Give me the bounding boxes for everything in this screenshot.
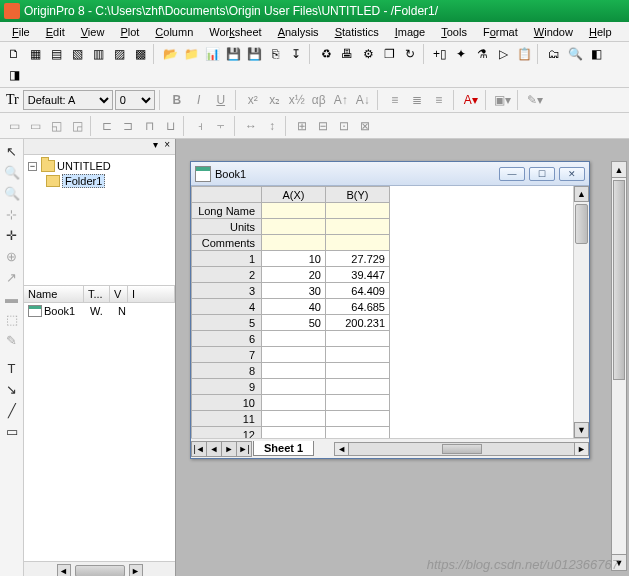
hscroll-left-icon[interactable]: ◄ bbox=[335, 443, 349, 455]
row-units[interactable]: Units bbox=[192, 219, 262, 235]
col-i[interactable]: I bbox=[128, 286, 175, 302]
open-icon[interactable]: 📂 bbox=[160, 44, 180, 64]
screen-reader-icon[interactable]: ✛ bbox=[2, 225, 22, 245]
tab-first-icon[interactable]: |◄ bbox=[191, 441, 207, 457]
menu-help[interactable]: Help bbox=[581, 24, 620, 40]
cell[interactable] bbox=[262, 363, 326, 379]
col-header-a[interactable]: A(X) bbox=[262, 187, 326, 203]
row-header[interactable]: 10 bbox=[192, 395, 262, 411]
superscript-icon[interactable]: x² bbox=[243, 90, 263, 110]
align-left-icon[interactable]: ≡ bbox=[385, 90, 405, 110]
recalculate-icon[interactable]: ♻ bbox=[316, 44, 336, 64]
menu-image[interactable]: Image bbox=[387, 24, 434, 40]
workbook-titlebar[interactable]: Book1 — ☐ ✕ bbox=[191, 162, 589, 186]
cell[interactable]: 30 bbox=[262, 283, 326, 299]
cell[interactable] bbox=[326, 235, 390, 251]
cell[interactable]: 10 bbox=[262, 251, 326, 267]
vscroll-thumb[interactable] bbox=[575, 204, 588, 244]
row-header[interactable]: 12 bbox=[192, 427, 262, 439]
row-header[interactable]: 11 bbox=[192, 411, 262, 427]
zoom-out-icon[interactable]: 🔍 bbox=[2, 183, 22, 203]
menu-edit[interactable]: Edit bbox=[38, 24, 73, 40]
save-icon[interactable]: 💾 bbox=[223, 44, 243, 64]
col-header-b[interactable]: B(Y) bbox=[326, 187, 390, 203]
font-name-select[interactable]: Default: A bbox=[23, 90, 113, 110]
bold-icon[interactable]: B bbox=[167, 90, 187, 110]
row-header[interactable]: 8 bbox=[192, 363, 262, 379]
cell[interactable] bbox=[326, 379, 390, 395]
col-type[interactable]: T... bbox=[84, 286, 110, 302]
scroll-left-icon[interactable]: ◄ bbox=[57, 564, 71, 577]
collapse-icon[interactable]: − bbox=[28, 162, 37, 171]
explorer-dropdown-icon[interactable]: ▾ bbox=[150, 139, 161, 154]
print-icon[interactable]: 🖶 bbox=[337, 44, 357, 64]
rect-tool-icon[interactable]: ▭ bbox=[2, 421, 22, 441]
line-color-icon[interactable]: ✎▾ bbox=[525, 90, 545, 110]
grid-icon[interactable]: ⊟ bbox=[313, 116, 333, 136]
tool-a-icon[interactable]: ◧ bbox=[586, 44, 606, 64]
maximize-icon[interactable]: ☐ bbox=[529, 167, 555, 181]
menu-file[interactable]: File bbox=[4, 24, 38, 40]
pointer-icon[interactable]: ↖ bbox=[2, 141, 22, 161]
subscript-icon[interactable]: x₂ bbox=[265, 90, 285, 110]
cell[interactable] bbox=[262, 347, 326, 363]
refresh-icon[interactable]: ↻ bbox=[400, 44, 420, 64]
align-l-icon[interactable]: ⊏ bbox=[97, 116, 117, 136]
greek-icon[interactable]: αβ bbox=[309, 90, 329, 110]
cell[interactable] bbox=[262, 331, 326, 347]
cell[interactable] bbox=[262, 427, 326, 439]
cell[interactable] bbox=[326, 363, 390, 379]
sheet-vscroll[interactable]: ▲ ▼ bbox=[573, 186, 589, 438]
align-b-icon[interactable]: ⊔ bbox=[160, 116, 180, 136]
import-ascii-icon[interactable]: ↧ bbox=[286, 44, 306, 64]
row-header[interactable]: 3 bbox=[192, 283, 262, 299]
cell[interactable]: 200.231 bbox=[326, 315, 390, 331]
duplicate-icon[interactable]: ❐ bbox=[379, 44, 399, 64]
open-excel-file-icon[interactable]: 📊 bbox=[202, 44, 222, 64]
cell[interactable]: 39.447 bbox=[326, 267, 390, 283]
open-template-icon[interactable]: 📁 bbox=[181, 44, 201, 64]
tree-root[interactable]: − UNTITLED bbox=[28, 159, 171, 173]
corner-cell[interactable] bbox=[192, 187, 262, 203]
align-right-icon[interactable]: ≡ bbox=[429, 90, 449, 110]
same-h-icon[interactable]: ↕ bbox=[262, 116, 282, 136]
new-matrix-icon[interactable]: ▥ bbox=[88, 44, 108, 64]
scroll-right-icon[interactable]: ► bbox=[129, 564, 143, 577]
ungroup-icon[interactable]: ▭ bbox=[25, 116, 45, 136]
cell[interactable] bbox=[262, 219, 326, 235]
batch-icon[interactable]: ⚙ bbox=[358, 44, 378, 64]
code-builder-icon[interactable]: ⚗ bbox=[472, 44, 492, 64]
rescale-icon[interactable]: ⊹ bbox=[2, 204, 22, 224]
cell[interactable] bbox=[262, 411, 326, 427]
menu-window[interactable]: Window bbox=[526, 24, 581, 40]
align-t-icon[interactable]: ⊓ bbox=[139, 116, 159, 136]
hscroll-right-icon[interactable]: ► bbox=[574, 443, 588, 455]
close-icon[interactable]: ✕ bbox=[559, 167, 585, 181]
import-wizard-icon[interactable]: ⎘ bbox=[265, 44, 285, 64]
new-workbook-icon[interactable]: ▦ bbox=[25, 44, 45, 64]
row-header[interactable]: 9 bbox=[192, 379, 262, 395]
explorer-close-icon[interactable]: × bbox=[161, 139, 173, 154]
arrow-tool-icon[interactable]: ↘ bbox=[2, 379, 22, 399]
new-excel-icon[interactable]: ▤ bbox=[46, 44, 66, 64]
add-column-icon[interactable]: +▯ bbox=[430, 44, 450, 64]
front-icon[interactable]: ◱ bbox=[46, 116, 66, 136]
row-header[interactable]: 4 bbox=[192, 299, 262, 315]
decrease-font-icon[interactable]: A↓ bbox=[353, 90, 373, 110]
cell[interactable]: 50 bbox=[262, 315, 326, 331]
cell[interactable]: 64.685 bbox=[326, 299, 390, 315]
row-header[interactable]: 7 bbox=[192, 347, 262, 363]
cell[interactable] bbox=[326, 347, 390, 363]
row-header[interactable]: 2 bbox=[192, 267, 262, 283]
menu-tools[interactable]: Tools bbox=[433, 24, 475, 40]
cell[interactable] bbox=[326, 219, 390, 235]
sheet-hscroll[interactable]: ◄ ► bbox=[334, 442, 589, 456]
cell[interactable] bbox=[262, 379, 326, 395]
align-center-icon[interactable]: ≣ bbox=[407, 90, 427, 110]
cell[interactable] bbox=[326, 395, 390, 411]
cell[interactable]: 27.729 bbox=[326, 251, 390, 267]
cell[interactable] bbox=[326, 203, 390, 219]
hscroll-thumb[interactable] bbox=[442, 444, 482, 454]
new-layout-icon[interactable]: ▨ bbox=[109, 44, 129, 64]
row-comments[interactable]: Comments bbox=[192, 235, 262, 251]
